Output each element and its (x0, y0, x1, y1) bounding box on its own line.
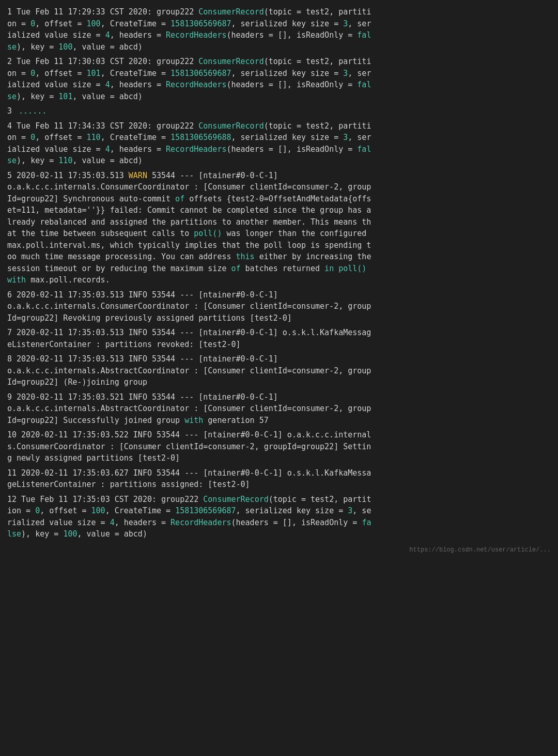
log-entry-9: 9 2020-02-11 17:35:03.521 INFO 53544 ---… (7, 391, 551, 427)
log-text-2: 2 Tue Feb 11 17:30:03 CST 2020: group222… (7, 56, 551, 102)
footer-watermark: https://blog.csdn.net/user/article/... (7, 545, 551, 555)
log-text-8: 8 2020-02-11 17:35:03.513 INFO 53544 ---… (7, 353, 551, 388)
log-container: 1 Tue Feb 11 17:29:33 CST 2020: group222… (7, 6, 551, 555)
log-text-7: 7 2020-02-11 17:35:03.513 INFO 53544 ---… (7, 327, 551, 350)
log-text-1: 1 Tue Feb 11 17:29:33 CST 2020: group222… (7, 6, 551, 53)
log-text-5: 5 2020-02-11 17:35:03.513 WARN 53544 ---… (7, 170, 551, 286)
log-text-12: 12 Tue Feb 11 17:35:03 CST 2020: group22… (7, 494, 551, 540)
log-text-9: 9 2020-02-11 17:35:03.521 INFO 53544 ---… (7, 391, 551, 427)
log-entry-1: 1 Tue Feb 11 17:29:33 CST 2020: group222… (7, 6, 551, 53)
log-entry-11: 11 2020-02-11 17:35:03.627 INFO 53544 --… (7, 467, 551, 491)
log-entry-2: 2 Tue Feb 11 17:30:03 CST 2020: group222… (7, 56, 551, 102)
log-entry-4: 4 Tue Feb 11 17:34:33 CST 2020: group222… (7, 120, 551, 167)
log-text-4: 4 Tue Feb 11 17:34:33 CST 2020: group222… (7, 120, 551, 167)
log-text-10: 10 2020-02-11 17:35:03.522 INFO 53544 --… (7, 429, 551, 464)
log-entry-8: 8 2020-02-11 17:35:03.513 INFO 53544 ---… (7, 353, 551, 388)
log-text-6: 6 2020-02-11 17:35:03.513 INFO 53544 ---… (7, 289, 551, 324)
log-entry-10: 10 2020-02-11 17:35:03.522 INFO 53544 --… (7, 429, 551, 464)
log-entry-7: 7 2020-02-11 17:35:03.513 INFO 53544 ---… (7, 327, 551, 350)
log-entry-12: 12 Tue Feb 11 17:35:03 CST 2020: group22… (7, 494, 551, 540)
log-entry-5: 5 2020-02-11 17:35:03.513 WARN 53544 ---… (7, 170, 551, 286)
log-entry-6: 6 2020-02-11 17:35:03.513 INFO 53544 ---… (7, 289, 551, 324)
log-text-11: 11 2020-02-11 17:35:03.627 INFO 53544 --… (7, 467, 551, 491)
log-text-3: 3 ...... (7, 105, 551, 117)
log-entry-3: 3 ...... (7, 105, 551, 117)
